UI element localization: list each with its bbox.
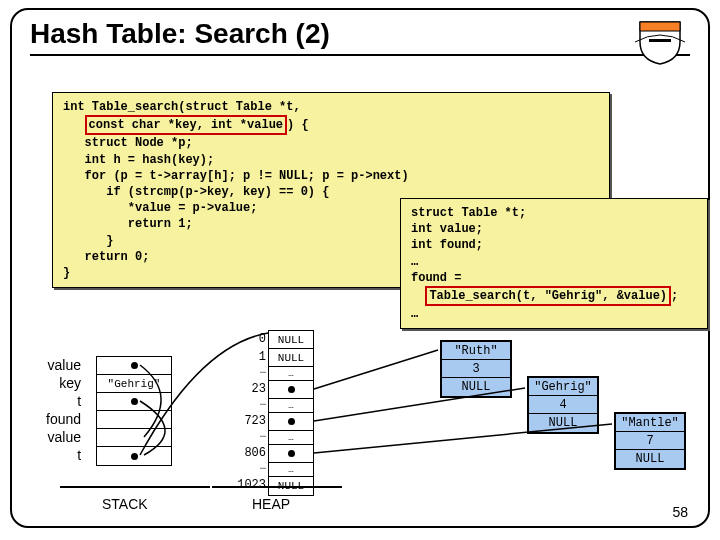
code-caller-box: struct Table *t; int value; int found; …… bbox=[400, 198, 708, 329]
princeton-shield-icon bbox=[630, 16, 690, 66]
slide-title: Hash Table: Search (2) bbox=[30, 18, 690, 50]
call-highlight: Table_search(t, "Gehrig", &value) bbox=[425, 286, 671, 306]
svg-rect-0 bbox=[649, 39, 671, 42]
title-divider bbox=[30, 54, 690, 56]
param-highlight: const char *key, int *value bbox=[85, 115, 287, 135]
connectors bbox=[32, 330, 692, 520]
memory-diagram: value key t found value t "Gehrig" STACK… bbox=[32, 330, 692, 520]
slide-frame: Hash Table: Search (2) int Table_search(… bbox=[10, 8, 710, 528]
page-number: 58 bbox=[672, 504, 688, 520]
